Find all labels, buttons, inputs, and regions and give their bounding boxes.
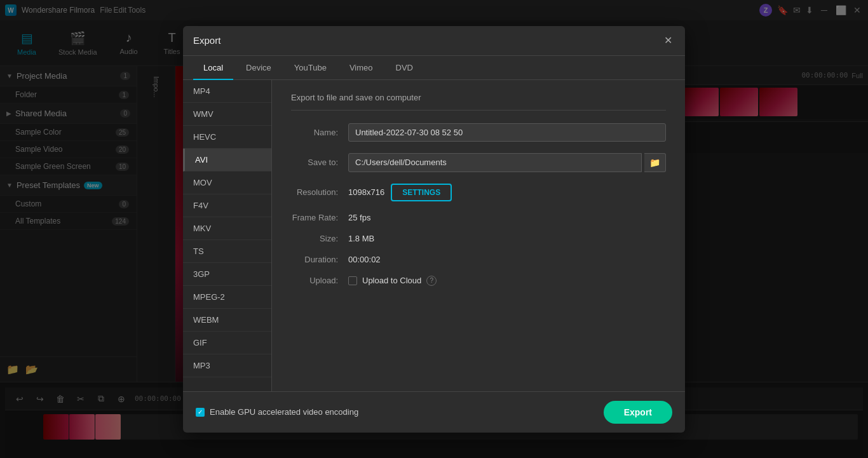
gpu-checkbox[interactable]: ✓ — [196, 408, 205, 417]
tab-local[interactable]: Local — [193, 57, 233, 80]
format-mpeg2[interactable]: MPEG-2 — [183, 286, 271, 309]
resolution-label: Resolution: — [291, 187, 348, 197]
modal-close-button[interactable]: ✕ — [661, 34, 675, 48]
format-ts[interactable]: TS — [183, 240, 271, 263]
tab-vimeo[interactable]: Vimeo — [339, 57, 383, 80]
settings-panel: Export to file and save on computer Name… — [272, 80, 685, 391]
name-input[interactable] — [348, 123, 666, 142]
upload-help-icon[interactable]: ? — [426, 276, 437, 286]
upload-field-row: Upload: Upload to Cloud ? — [291, 276, 666, 286]
gpu-checkbox-row: ✓ Enable GPU accelerated video encoding — [196, 407, 358, 417]
settings-button[interactable]: SETTINGS — [391, 184, 452, 201]
size-field-row: Size: 1.8 MB — [291, 234, 666, 243]
save-to-row: 📁 — [348, 153, 666, 172]
settings-subtitle: Export to file and save on computer — [291, 93, 666, 111]
duration-field-row: Duration: 00:00:02 — [291, 255, 666, 264]
save-to-input[interactable] — [348, 153, 642, 172]
tab-device[interactable]: Device — [236, 57, 281, 80]
upload-cloud-label: Upload to Cloud — [362, 276, 421, 285]
format-list: MP4 WMV HEVC AVI MOV F4V MKV TS 3GP MPEG… — [183, 80, 272, 391]
name-label: Name: — [291, 128, 348, 137]
format-avi[interactable]: AVI — [183, 149, 271, 172]
upload-label: Upload: — [291, 276, 348, 285]
modal-title: Export — [193, 35, 220, 46]
frame-rate-value: 25 fps — [348, 213, 666, 222]
name-field-row: Name: — [291, 123, 666, 142]
upload-row: Upload to Cloud ? — [348, 276, 437, 286]
format-mp3[interactable]: MP3 — [183, 354, 271, 377]
format-3gp[interactable]: 3GP — [183, 263, 271, 286]
format-gif[interactable]: GIF — [183, 332, 271, 354]
modal-header: Export ✕ — [183, 26, 685, 56]
format-f4v[interactable]: F4V — [183, 194, 271, 217]
frame-rate-field-row: Frame Rate: 25 fps — [291, 213, 666, 222]
duration-label: Duration: — [291, 255, 348, 264]
modal-body: MP4 WMV HEVC AVI MOV F4V MKV TS 3GP MPEG… — [183, 80, 685, 391]
gpu-label: Enable GPU accelerated video encoding — [210, 407, 358, 417]
save-to-field-row: Save to: 📁 — [291, 153, 666, 172]
duration-value: 00:00:02 — [348, 255, 666, 264]
format-mov[interactable]: MOV — [183, 172, 271, 194]
format-hevc[interactable]: HEVC — [183, 126, 271, 149]
format-mp4[interactable]: MP4 — [183, 80, 271, 103]
modal-footer: ✓ Enable GPU accelerated video encoding … — [183, 391, 685, 433]
browse-folder-button[interactable]: 📁 — [644, 153, 666, 172]
save-to-label: Save to: — [291, 158, 348, 167]
size-value: 1.8 MB — [348, 234, 666, 243]
resolution-row: 1098x716 SETTINGS — [348, 184, 452, 201]
tab-dvd[interactable]: DVD — [386, 57, 423, 80]
app-window: W Wondershare Filmora File Edit Tools Z … — [0, 0, 868, 458]
export-modal: Export ✕ Local Device YouTube Vimeo DVD … — [183, 26, 685, 433]
export-button[interactable]: Export — [604, 401, 672, 424]
format-webm[interactable]: WEBM — [183, 309, 271, 332]
resolution-value: 1098x716 — [348, 187, 384, 197]
tab-youtube[interactable]: YouTube — [284, 57, 337, 80]
modal-tabs: Local Device YouTube Vimeo DVD — [183, 56, 685, 80]
resolution-field-row: Resolution: 1098x716 SETTINGS — [291, 184, 666, 201]
size-label: Size: — [291, 234, 348, 243]
modal-overlay: Export ✕ Local Device YouTube Vimeo DVD … — [0, 0, 868, 458]
format-wmv[interactable]: WMV — [183, 103, 271, 126]
frame-rate-label: Frame Rate: — [291, 213, 348, 222]
format-mkv[interactable]: MKV — [183, 217, 271, 240]
upload-cloud-checkbox[interactable] — [348, 276, 357, 285]
